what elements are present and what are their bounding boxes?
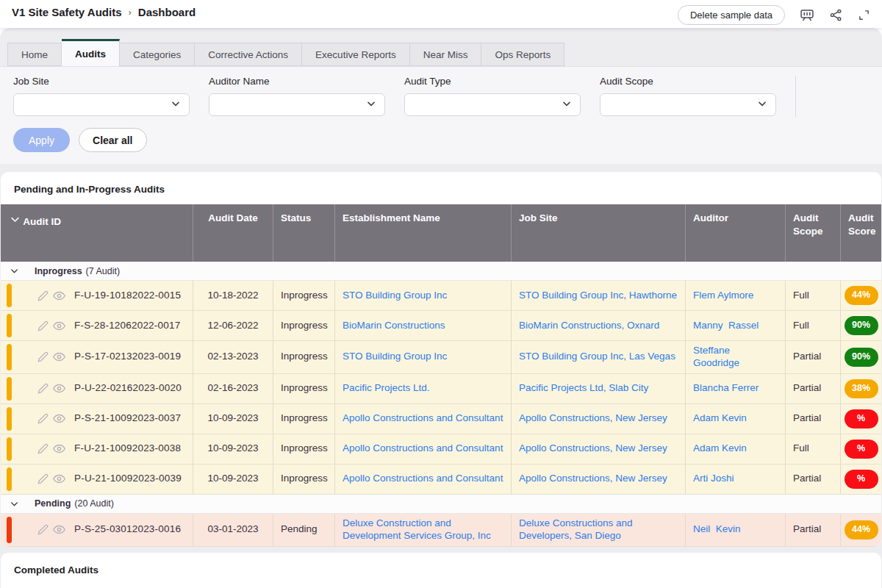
audit-date-cell: 03-01-2023	[193, 514, 273, 547]
tab-ops-reports[interactable]: Ops Reports	[481, 43, 564, 66]
filter-divider	[795, 76, 796, 117]
audit-date: 10-18-2022	[207, 290, 258, 302]
presentation-board-icon[interactable]	[800, 8, 814, 23]
establishment-link[interactable]: Apollo Constructions and Consultant	[343, 442, 503, 455]
edit-pencil-icon[interactable]	[37, 320, 49, 331]
edit-pencil-icon[interactable]	[37, 443, 49, 454]
breadcrumb-app-title[interactable]: V1 Site Safety Audits	[12, 6, 122, 18]
column-header-audit-date: Audit Date	[193, 204, 273, 262]
auditor-link[interactable]: Adam Kevin	[693, 442, 747, 455]
edit-pencil-icon[interactable]	[37, 383, 49, 394]
audit-score-cell: %	[841, 434, 881, 465]
edit-pencil-icon[interactable]	[37, 351, 49, 362]
delete-sample-data-button[interactable]: Delete sample data	[678, 5, 785, 25]
completed-audits-section: Completed Audits	[1, 553, 881, 588]
edit-pencil-icon[interactable]	[37, 413, 49, 424]
table-row: F-S-28-12062022-0017 12-06-2022 Inprogre…	[1, 311, 881, 341]
filter-select-audit-scope[interactable]	[600, 93, 776, 116]
score-badge: 38%	[845, 379, 878, 398]
job-site-link[interactable]: Apollo Constructions, New Jersey	[519, 473, 667, 485]
expand-icon[interactable]	[858, 9, 870, 21]
view-eye-icon[interactable]	[53, 473, 65, 485]
filter-label: Job Site	[13, 76, 190, 87]
expand-all-header-cell[interactable]: Audit ID	[1, 204, 193, 262]
establishment-link[interactable]: BioMarin Constructions	[343, 320, 445, 332]
row-status-accent-bar	[7, 517, 12, 543]
tab-home[interactable]: Home	[7, 43, 62, 66]
job-site-cell: BioMarin Constructions, Oxnard	[512, 311, 686, 341]
share-icon[interactable]	[829, 8, 843, 22]
establishment-link[interactable]: Apollo Constructions and Consultant	[343, 412, 503, 425]
audit-date: 03-01-2023	[207, 523, 258, 536]
establishment-link[interactable]: Pacific Projects Ltd.	[343, 382, 430, 395]
view-eye-icon[interactable]	[53, 442, 65, 455]
job-site-link[interactable]: Deluxe Constructions and Developers, San…	[519, 517, 678, 542]
audit-id-cell: F-U-21-10092023-0038	[1, 434, 193, 465]
pending-audits-title: Pending and In-Progress Audits	[1, 172, 881, 204]
chevron-down-icon	[10, 499, 19, 509]
job-site-cell: Apollo Constructions, New Jersey	[512, 404, 686, 434]
job-site-cell: STO Building Group Inc, Hawthorne	[512, 281, 686, 311]
audit-scope-cell: Partial	[786, 341, 841, 374]
tab-executive-reports[interactable]: Executive Reports	[302, 43, 410, 66]
establishment-link[interactable]: Deluxe Construction and Development Serv…	[343, 517, 503, 542]
establishment-link[interactable]: Apollo Constructions and Consultant	[343, 473, 503, 485]
chevron-down-icon	[561, 98, 573, 112]
tab-near-miss[interactable]: Near Miss	[410, 43, 482, 66]
group-header-pending[interactable]: Pending (20 Audit)	[1, 495, 881, 514]
view-eye-icon[interactable]	[53, 320, 65, 332]
auditor-link[interactable]: Adam Kevin	[693, 412, 747, 425]
score-badge: 90%	[845, 316, 878, 335]
score-badge: 44%	[845, 520, 878, 539]
job-site-link[interactable]: STO Building Group Inc, Hawthorne	[519, 290, 677, 302]
auditor-link[interactable]: Blancha Ferrer	[693, 382, 759, 395]
establishment-cell: STO Building Group Inc	[335, 281, 512, 311]
filter-select-audit-type[interactable]	[404, 93, 581, 116]
audit-date: 02-13-2023	[207, 351, 258, 363]
establishment-link[interactable]: STO Building Group Inc	[343, 290, 447, 302]
status-cell: Inprogress	[273, 465, 335, 495]
auditor-link[interactable]: Arti Joshi	[693, 473, 734, 485]
edit-pencil-icon[interactable]	[37, 524, 49, 535]
audit-id: F-U-21-10092023-0038	[74, 442, 181, 455]
filter-select-auditor-name[interactable]	[209, 93, 385, 116]
job-site-link[interactable]: Pacific Projects Ltd, Slab City	[519, 382, 648, 395]
tab-categories[interactable]: Categories	[120, 43, 195, 66]
view-eye-icon[interactable]	[53, 523, 65, 536]
job-site-link[interactable]: Apollo Constructions, New Jersey	[519, 412, 667, 425]
job-site-link[interactable]: Apollo Constructions, New Jersey	[519, 442, 667, 455]
audit-id: P-U-21-10092023-0039	[74, 473, 182, 485]
auditor-link[interactable]: Steffane Goodridge	[693, 345, 778, 370]
column-header-audit-score: Audit Score	[841, 204, 881, 262]
auditor-link[interactable]: Flem Aylmore	[693, 290, 753, 302]
row-status-accent-bar	[7, 407, 12, 431]
audit-date: 10-09-2023	[207, 412, 258, 425]
edit-pencil-icon[interactable]	[37, 473, 49, 484]
edit-pencil-icon[interactable]	[37, 290, 49, 301]
apply-button[interactable]: Apply	[13, 128, 70, 152]
establishment-cell: Apollo Constructions and Consultant	[335, 434, 512, 465]
group-header-inprogress[interactable]: Inprogress (7 Audit)	[1, 262, 881, 281]
clear-all-button[interactable]: Clear all	[79, 128, 146, 152]
column-header-status: Status	[273, 204, 335, 262]
tab-corrective-actions[interactable]: Corrective Actions	[195, 43, 302, 66]
job-site-link[interactable]: STO Building Group Inc, Las Vegas	[519, 351, 675, 363]
view-eye-icon[interactable]	[53, 351, 65, 363]
establishment-link[interactable]: STO Building Group Inc	[343, 351, 447, 363]
auditor-link[interactable]: Neil Kevin	[693, 523, 741, 536]
score-badge: %	[845, 470, 878, 489]
score-badge: %	[845, 440, 878, 459]
auditor-cell: Neil Kevin	[686, 514, 786, 547]
filter-select-job-site[interactable]	[13, 93, 190, 116]
view-eye-icon[interactable]	[53, 412, 65, 425]
tab-audits[interactable]: Audits	[62, 39, 120, 66]
job-site-link[interactable]: BioMarin Constructions, Oxnard	[519, 320, 659, 332]
table-header-row: Audit ID Audit Date Status Establishment…	[1, 204, 881, 262]
breadcrumb: V1 Site Safety Audits › Dashboard	[12, 5, 196, 18]
view-eye-icon[interactable]	[53, 382, 65, 395]
auditor-link[interactable]: Manny Rassel	[693, 320, 759, 332]
audit-scope-cell: Partial	[786, 404, 841, 434]
view-eye-icon[interactable]	[53, 290, 65, 302]
audit-scope: Partial	[793, 351, 821, 363]
audit-scope: Full	[793, 442, 809, 455]
